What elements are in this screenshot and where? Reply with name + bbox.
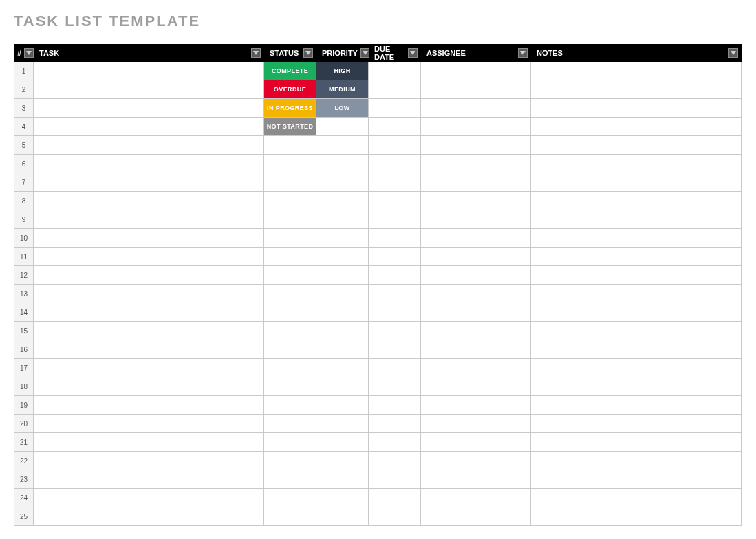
due-date-cell[interactable] [369,433,421,452]
priority-cell[interactable]: HIGH [316,62,369,80]
notes-cell[interactable] [531,303,742,322]
status-cell[interactable] [264,229,316,248]
status-cell[interactable] [264,136,316,155]
status-cell[interactable] [264,359,316,377]
task-cell[interactable] [34,415,264,433]
notes-cell[interactable] [531,118,742,136]
priority-cell[interactable] [316,396,369,415]
task-cell[interactable] [34,433,264,452]
notes-cell[interactable] [531,210,742,229]
assignee-cell[interactable] [421,192,531,210]
task-cell[interactable] [34,322,264,340]
notes-cell[interactable] [531,396,742,415]
task-cell[interactable] [34,340,264,359]
filter-icon[interactable] [408,48,418,58]
filter-icon[interactable] [728,48,738,58]
notes-cell[interactable] [531,173,742,192]
status-cell[interactable] [264,173,316,192]
notes-cell[interactable] [531,99,742,118]
notes-cell[interactable] [531,415,742,433]
due-date-cell[interactable] [369,507,421,526]
due-date-cell[interactable] [369,118,421,136]
assignee-cell[interactable] [421,377,531,396]
task-cell[interactable] [34,173,264,192]
due-date-cell[interactable] [369,452,421,470]
due-date-cell[interactable] [369,340,421,359]
assignee-cell[interactable] [421,62,531,80]
task-cell[interactable] [34,489,264,507]
status-cell[interactable] [264,266,316,285]
due-date-cell[interactable] [369,248,421,266]
priority-cell[interactable] [316,415,369,433]
header-due-date[interactable]: DUE DATE [369,45,421,62]
task-cell[interactable] [34,155,264,173]
status-cell[interactable]: COMPLETE [264,62,316,80]
notes-cell[interactable] [531,433,742,452]
filter-icon[interactable] [303,48,313,58]
priority-cell[interactable] [316,470,369,489]
priority-cell[interactable] [316,359,369,377]
due-date-cell[interactable] [369,489,421,507]
assignee-cell[interactable] [421,303,531,322]
priority-cell[interactable]: LOW [316,99,369,118]
due-date-cell[interactable] [369,377,421,396]
priority-cell[interactable] [316,136,369,155]
status-cell[interactable] [264,192,316,210]
status-cell[interactable] [264,285,316,303]
notes-cell[interactable] [531,340,742,359]
notes-cell[interactable] [531,266,742,285]
assignee-cell[interactable] [421,489,531,507]
notes-cell[interactable] [531,507,742,526]
assignee-cell[interactable] [421,99,531,118]
priority-cell[interactable] [316,322,369,340]
task-cell[interactable] [34,303,264,322]
priority-cell[interactable] [316,210,369,229]
task-cell[interactable] [34,210,264,229]
priority-cell[interactable] [316,192,369,210]
assignee-cell[interactable] [421,470,531,489]
assignee-cell[interactable] [421,340,531,359]
due-date-cell[interactable] [369,396,421,415]
notes-cell[interactable] [531,377,742,396]
notes-cell[interactable] [531,155,742,173]
task-cell[interactable] [34,396,264,415]
status-cell[interactable] [264,489,316,507]
priority-cell[interactable] [316,507,369,526]
due-date-cell[interactable] [369,285,421,303]
status-cell[interactable]: OVERDUE [264,80,316,99]
assignee-cell[interactable] [421,248,531,266]
task-cell[interactable] [34,470,264,489]
due-date-cell[interactable] [369,80,421,99]
due-date-cell[interactable] [369,136,421,155]
assignee-cell[interactable] [421,507,531,526]
priority-cell[interactable] [316,266,369,285]
status-cell[interactable] [264,377,316,396]
due-date-cell[interactable] [369,62,421,80]
status-cell[interactable] [264,155,316,173]
header-priority[interactable]: PRIORITY [316,45,369,62]
notes-cell[interactable] [531,285,742,303]
assignee-cell[interactable] [421,322,531,340]
status-cell[interactable] [264,303,316,322]
due-date-cell[interactable] [369,173,421,192]
due-date-cell[interactable] [369,192,421,210]
assignee-cell[interactable] [421,359,531,377]
status-cell[interactable] [264,433,316,452]
assignee-cell[interactable] [421,285,531,303]
notes-cell[interactable] [531,192,742,210]
assignee-cell[interactable] [421,136,531,155]
status-cell[interactable] [264,396,316,415]
assignee-cell[interactable] [421,80,531,99]
task-cell[interactable] [34,248,264,266]
due-date-cell[interactable] [369,470,421,489]
priority-cell[interactable] [316,248,369,266]
filter-icon[interactable] [24,48,34,58]
task-cell[interactable] [34,136,264,155]
task-cell[interactable] [34,99,264,118]
priority-cell[interactable] [316,340,369,359]
task-cell[interactable] [34,118,264,136]
priority-cell[interactable] [316,155,369,173]
priority-cell[interactable] [316,229,369,248]
notes-cell[interactable] [531,359,742,377]
filter-icon[interactable] [518,48,528,58]
